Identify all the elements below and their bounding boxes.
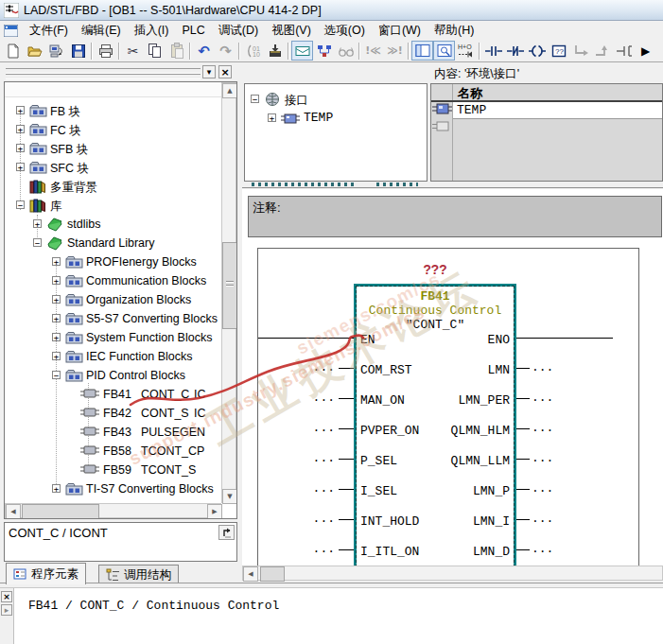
scrollbar-thumb[interactable]	[222, 242, 237, 329]
menu-window[interactable]: 窗口(W)	[372, 21, 427, 41]
coil-icon[interactable]	[526, 41, 548, 61]
address-jump-icon[interactable]: H+O	[455, 41, 477, 61]
table-row[interactable]: TEMP	[453, 102, 662, 119]
expander-icon[interactable]: +	[16, 106, 25, 114]
close-branch-icon[interactable]	[591, 41, 613, 61]
scroll-down-icon[interactable]: ▼	[222, 489, 237, 504]
pin-pvper-on[interactable]: PVPER_ON	[360, 424, 419, 438]
catalog-dropdown-button[interactable]: ▾	[202, 65, 216, 78]
operand-stub[interactable]: ...	[310, 391, 335, 405]
expander-icon[interactable]: −	[52, 371, 61, 379]
code-editor-canvas[interactable]: 注释: ??? ... ... ... ... ... ... ... ... …	[242, 189, 663, 566]
tree-item-multi-instance[interactable]: 多重背景	[5, 177, 220, 196]
operand-stub[interactable]: ...	[532, 481, 553, 496]
pin-en[interactable]: EN	[360, 333, 375, 347]
menu-help[interactable]: 帮助(H)	[427, 21, 480, 41]
fb41-function-block[interactable]: FB41 Continuous Control "CONT_C" EN ENO …	[354, 284, 516, 566]
cut-icon[interactable]: ✂	[122, 41, 144, 61]
operand-stub[interactable]: ...	[310, 360, 335, 374]
scroll-up-icon[interactable]: ▲	[222, 83, 237, 98]
menu-edit[interactable]: 编辑(E)	[75, 21, 128, 41]
connector-icon[interactable]	[613, 41, 635, 61]
menu-plc[interactable]: PLC	[175, 22, 211, 39]
tree-item-fb59[interactable]: FB59TCONT_S	[5, 461, 220, 479]
menu-view[interactable]: 视图(V)	[265, 21, 318, 41]
menu-file[interactable]: 文件(F)	[23, 21, 75, 41]
pin-i-sel[interactable]: I_SEL	[360, 484, 397, 498]
pin-eno[interactable]: ENO	[488, 333, 510, 347]
pin-lmn[interactable]: LMN	[488, 363, 510, 377]
tree-item-fb43[interactable]: FB43PULSEGEN	[5, 423, 220, 442]
open-station-icon[interactable]	[45, 41, 67, 61]
tree-item-system-function[interactable]: +System Function Blocks	[5, 328, 220, 347]
catalog-vscrollbar[interactable]: ▲ ▼	[221, 82, 236, 503]
operand-stub[interactable]: ...	[532, 391, 553, 405]
expander-icon[interactable]: +	[16, 125, 25, 133]
tree-item-stdlibs[interactable]: +stdlibs	[5, 215, 220, 234]
scroll-left-icon[interactable]: ◀	[243, 566, 258, 582]
more-tools-icon[interactable]: ▶	[635, 41, 656, 61]
pin-qlmn-llm[interactable]: QLMN_LLM	[451, 454, 510, 468]
tree-item-communication[interactable]: +Communication Blocks	[5, 271, 220, 290]
empty-box-icon[interactable]: ??	[548, 41, 569, 61]
tree-item-s5s7-converting[interactable]: +S5-S7 Converting Blocks	[5, 309, 220, 328]
pin-int-hold[interactable]: INT_HOLD	[360, 514, 419, 529]
operand-stub[interactable]: ...	[532, 451, 553, 465]
expander-icon[interactable]: +	[52, 257, 61, 266]
row-name-cell[interactable]: TEMP	[457, 103, 486, 117]
contact-no-icon[interactable]	[482, 41, 504, 61]
pin-lmn-p[interactable]: LMN_P	[473, 484, 510, 498]
catalog-close-button[interactable]: ×	[218, 65, 232, 78]
expander-icon[interactable]: +	[52, 295, 61, 304]
open-icon[interactable]	[24, 41, 45, 61]
operand-stub[interactable]: ...	[310, 512, 335, 526]
print-icon[interactable]	[95, 41, 116, 61]
tab-call-structure[interactable]: 调用结构	[98, 565, 179, 584]
editor-hscrollbar[interactable]: ◀	[242, 566, 663, 581]
catalog-hscrollbar[interactable]: ◀ ▶	[5, 503, 221, 518]
tree-item-standard-library[interactable]: −Standard Library	[5, 234, 220, 252]
save-icon[interactable]	[67, 41, 89, 61]
tab-program-elements[interactable]: 程序元素	[6, 563, 86, 584]
new-icon[interactable]	[2, 41, 24, 61]
operand-stub[interactable]: ...	[310, 481, 335, 496]
pin-i-itl-on[interactable]: I_ITL_ON	[360, 545, 419, 559]
expander-icon[interactable]: +	[16, 163, 25, 171]
scroll-left-icon[interactable]: ◀	[6, 504, 21, 519]
scrollbar-thumb[interactable]	[22, 504, 99, 519]
expander-icon[interactable]: +	[52, 352, 61, 360]
compare-icon[interactable]: 0110	[242, 41, 264, 61]
jump-prev-icon[interactable]: !≪	[362, 41, 384, 61]
expander-icon[interactable]: +	[52, 484, 61, 493]
expander-icon[interactable]: +	[52, 276, 61, 285]
tree-item-sfc-blocks[interactable]: +SFC 块	[5, 158, 220, 177]
scroll-right-icon[interactable]: ▶	[207, 504, 222, 519]
tree-item-fb41[interactable]: FB41CONT_CIC	[5, 385, 220, 404]
output-close-icon[interactable]: ×	[1, 591, 12, 602]
operand-stub[interactable]: ...	[532, 542, 553, 556]
expander-icon[interactable]: −	[33, 238, 42, 247]
expander-icon[interactable]: −	[251, 95, 259, 103]
tree-item-sfb-blocks[interactable]: +SFB 块	[5, 139, 220, 158]
jump-to-source-button[interactable]	[218, 525, 235, 540]
tree-item-pid-control[interactable]: −PID Control Blocks	[5, 366, 220, 385]
open-branch-icon[interactable]	[569, 41, 591, 61]
scrollbar-thumb[interactable]	[260, 566, 285, 582]
copy-icon[interactable]	[144, 41, 166, 61]
expander-icon[interactable]: +	[33, 219, 42, 228]
pin-lmn-i[interactable]: LMN_I	[473, 514, 510, 529]
pin-lmn-d[interactable]: LMN_D	[473, 545, 510, 559]
tree-item-profienergy[interactable]: +PROFIenergy Blocks	[5, 252, 220, 271]
download-icon[interactable]	[264, 41, 286, 61]
redo-icon[interactable]: ↷	[215, 41, 236, 61]
jump-next-icon[interactable]: ≫!	[384, 41, 406, 61]
child-window-icon[interactable]	[4, 25, 18, 37]
operand-stub[interactable]: ...	[310, 542, 335, 556]
expander-icon[interactable]: +	[52, 333, 61, 341]
operand-stub[interactable]: ...	[532, 360, 553, 374]
menu-insert[interactable]: 插入(I)	[128, 21, 176, 41]
pin-p-sel[interactable]: P_SEL	[360, 454, 397, 468]
tree-item-organization[interactable]: +Organization Blocks	[5, 290, 220, 309]
tree-item-iec-function[interactable]: +IEC Function Blocks	[5, 347, 220, 366]
expander-icon[interactable]: −	[16, 200, 25, 209]
